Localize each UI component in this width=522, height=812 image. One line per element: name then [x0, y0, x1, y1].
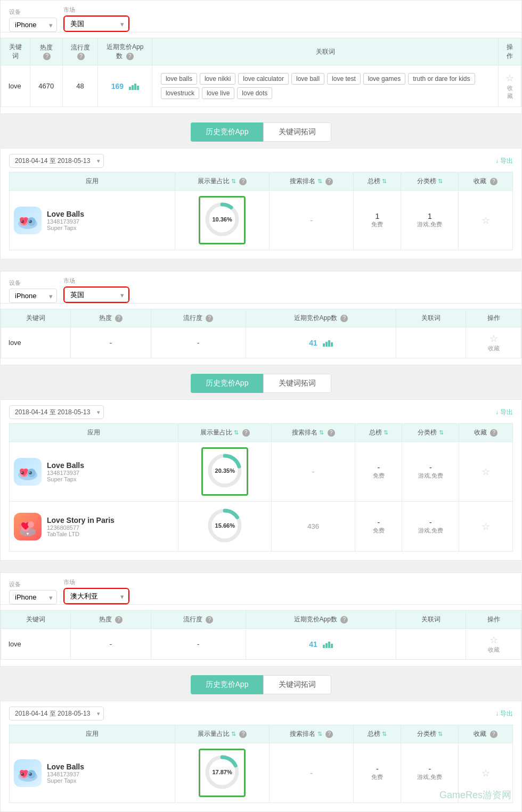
collect-info-icon[interactable]: ?: [490, 178, 497, 185]
heat-info-icon[interactable]: ?: [115, 616, 123, 624]
col-competing: 近期竞价App数 ?: [98, 38, 152, 65]
competing-info-icon[interactable]: ?: [126, 53, 134, 60]
collect-info-icon[interactable]: ?: [490, 731, 497, 738]
sort-search-icon[interactable]: ⇅: [319, 429, 324, 436]
sort-display-icon[interactable]: ⇅: [234, 429, 239, 436]
tab-history-app[interactable]: 历史竞价App: [191, 675, 264, 694]
related-tag[interactable]: truth or dare for kids: [408, 73, 475, 85]
chart-icon[interactable]: [129, 83, 139, 91]
tab-history-app[interactable]: 历史竞价App: [191, 374, 264, 393]
col-keyword: 关键词: [1, 309, 71, 327]
sort-total-icon[interactable]: ⇅: [382, 178, 387, 184]
date-range-select[interactable]: 2018-04-14 至 2018-05-13: [9, 154, 104, 168]
device-select[interactable]: iPhone: [9, 289, 57, 303]
collect-cell[interactable]: ☆: [459, 743, 513, 803]
sort-search-icon[interactable]: ⇅: [317, 731, 322, 737]
search-info-icon[interactable]: ?: [328, 429, 335, 437]
market-select[interactable]: 澳大利亚: [64, 589, 128, 603]
date-range-select[interactable]: 2018-04-14 至 2018-05-13: [9, 707, 104, 720]
competing-cell: 41: [246, 629, 396, 660]
export-icon: ↓: [495, 157, 499, 165]
related-tag[interactable]: love balls: [161, 73, 197, 85]
related-tag[interactable]: love games: [363, 73, 405, 85]
display-info-icon[interactable]: ?: [239, 731, 247, 738]
pop-info-icon[interactable]: ?: [206, 616, 213, 624]
device-selector-group: 设备 iPhone: [9, 8, 57, 32]
device-market-row: 设备 iPhone 市场 美国: [9, 6, 513, 32]
sort-display-icon[interactable]: ⇅: [231, 178, 236, 184]
heat-info-icon[interactable]: ?: [115, 315, 123, 322]
app-name: Love Balls: [47, 461, 84, 470]
save-button[interactable]: ☆ 收藏: [471, 634, 516, 654]
market-select[interactable]: 美国: [64, 17, 128, 31]
collect-cell[interactable]: ☆: [459, 442, 513, 502]
app-info: Love Balls 1348173937 Super Tapx: [14, 207, 170, 234]
related-tag[interactable]: love dots: [237, 87, 272, 99]
related-tag[interactable]: love calculator: [238, 73, 289, 85]
app-col-search: 搜索排名 ⇅ ?: [270, 173, 354, 191]
device-select-container: iPhone: [9, 289, 57, 303]
search-info-icon[interactable]: ?: [325, 731, 333, 738]
device-select[interactable]: iPhone: [9, 18, 57, 32]
collect-button[interactable]: ☆: [463, 767, 508, 779]
save-button[interactable]: ☆ 收藏: [471, 333, 516, 352]
export-button[interactable]: ↓ 导出: [495, 408, 513, 417]
related-tag[interactable]: love live: [202, 87, 234, 99]
app-col-collect: 收藏 ?: [459, 725, 513, 743]
related-tag[interactable]: love test: [327, 73, 361, 85]
col-popularity: 流行度 ?: [62, 38, 98, 65]
collect-button[interactable]: ☆: [463, 215, 508, 226]
table-row: ♥ Love Story in Paris 1236808577 TabTale…: [10, 502, 513, 552]
competing-info-icon[interactable]: ?: [340, 616, 348, 624]
section-section-au: 设备 iPhone 市场 澳大利亚: [0, 572, 522, 812]
pop-info-icon[interactable]: ?: [77, 53, 85, 60]
tabs-row: 历史竞价App 关键词拓词: [0, 374, 522, 393]
sort-category-icon[interactable]: ⇅: [438, 178, 443, 184]
sort-search-icon[interactable]: ⇅: [317, 178, 322, 184]
save-label: 收藏: [488, 345, 500, 352]
sort-display-icon[interactable]: ⇅: [231, 731, 236, 737]
display-info-icon[interactable]: ?: [242, 429, 250, 437]
collect-cell[interactable]: ☆: [459, 191, 513, 250]
save-button[interactable]: ☆ 收藏: [504, 72, 516, 100]
tab-history-app[interactable]: 历史竞价App: [191, 122, 264, 142]
keyword-row: love - - 41: [1, 629, 521, 660]
tab-keyword-expand[interactable]: 关键词拓词: [263, 374, 331, 393]
date-row: 2018-04-14 至 2018-05-13 ↓ 导出: [9, 707, 513, 720]
collect-button[interactable]: ☆: [463, 466, 508, 478]
popularity-cell: -: [151, 327, 246, 358]
device-select[interactable]: iPhone: [9, 590, 57, 604]
pop-info-icon[interactable]: ?: [206, 315, 213, 322]
related-tag[interactable]: love nikki: [200, 73, 235, 85]
collect-button[interactable]: ☆: [463, 521, 508, 532]
market-select[interactable]: 英国: [64, 288, 128, 302]
display-info-icon[interactable]: ?: [239, 178, 247, 185]
action-cell[interactable]: ☆ 收藏: [466, 327, 521, 358]
date-range-select[interactable]: 2018-04-14 至 2018-05-13: [9, 405, 104, 419]
sort-category-icon[interactable]: ⇅: [438, 731, 443, 737]
sort-category-icon[interactable]: ⇅: [439, 429, 444, 436]
search-info-icon[interactable]: ?: [325, 178, 333, 185]
star-icon: ☆: [482, 215, 490, 226]
export-button[interactable]: ↓ 导出: [495, 709, 513, 718]
collect-info-icon[interactable]: ?: [490, 429, 497, 437]
action-cell[interactable]: ☆ 收藏: [499, 65, 521, 107]
table-row: Love Balls 1348173937 Super Tapx 20.35% …: [10, 442, 513, 502]
competing-info-icon[interactable]: ?: [340, 315, 348, 322]
date-select-wrapper: 2018-04-14 至 2018-05-13: [9, 154, 104, 168]
device-label: 设备: [9, 8, 57, 16]
collect-cell[interactable]: ☆: [459, 502, 513, 552]
date-select-wrapper: 2018-04-14 至 2018-05-13: [9, 405, 104, 419]
competing-number: 41: [309, 640, 317, 649]
sort-total-icon[interactable]: ⇅: [382, 731, 387, 737]
chart-icon[interactable]: [323, 339, 333, 347]
tab-keyword-expand[interactable]: 关键词拓词: [263, 675, 331, 694]
related-tag[interactable]: love ball: [291, 73, 324, 85]
sort-total-icon[interactable]: ⇅: [384, 429, 388, 436]
heat-info-icon[interactable]: ?: [43, 53, 51, 60]
action-cell[interactable]: ☆ 收藏: [466, 629, 521, 660]
chart-icon[interactable]: [323, 641, 333, 649]
related-tag[interactable]: lovestruck: [161, 87, 199, 99]
export-button[interactable]: ↓ 导出: [495, 157, 513, 166]
tab-keyword-expand[interactable]: 关键词拓词: [263, 122, 331, 142]
